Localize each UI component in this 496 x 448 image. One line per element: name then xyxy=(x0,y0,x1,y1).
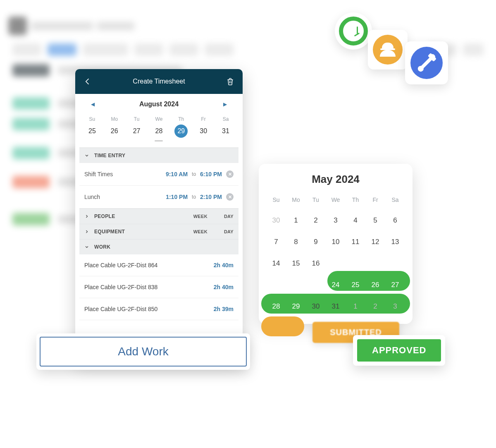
shift-times-row: Shift Times 9:10 AM to 6:10 PM ✕ xyxy=(79,163,238,186)
prev-month-button[interactable]: ◀ xyxy=(88,100,98,109)
cal-day[interactable]: 26 xyxy=(365,275,385,295)
day-number: 28 xyxy=(152,125,165,138)
cal-day-header: Sa xyxy=(385,193,405,209)
day-cell[interactable]: Sa31 xyxy=(217,116,235,141)
month-selector: ◀ August 2024 ▶ xyxy=(79,94,238,115)
cal-day[interactable]: 19 xyxy=(365,254,385,273)
cal-day[interactable]: 6 xyxy=(385,211,405,230)
work-item-name: Place Cable UG-2F-Dist 864 xyxy=(84,262,157,268)
work-item-name: Place Cable UG-2F-Dist 838 xyxy=(84,284,157,290)
cal-day[interactable]: 20 xyxy=(385,254,405,273)
cal-day[interactable]: 15 xyxy=(286,254,306,273)
chevron-right-icon xyxy=(84,214,90,219)
clear-lunch-button[interactable]: ✕ xyxy=(226,193,234,201)
delete-button[interactable] xyxy=(225,77,235,86)
cal-day[interactable]: 3 xyxy=(385,297,405,316)
cal-day[interactable]: 29 xyxy=(286,297,306,316)
week-col: WEEK xyxy=(193,214,207,219)
cal-day[interactable]: 18 xyxy=(346,254,365,273)
chevron-down-icon xyxy=(84,153,90,158)
back-button[interactable] xyxy=(83,77,93,86)
cal-day[interactable]: 2 xyxy=(306,211,326,230)
chevron-right-icon xyxy=(84,229,90,234)
day-cell[interactable]: Su25 xyxy=(83,116,101,141)
cal-day-header: Tu xyxy=(306,193,326,209)
to-label: to xyxy=(192,194,196,200)
cal-day[interactable]: 11 xyxy=(346,232,365,252)
day-abbr: We xyxy=(150,116,168,122)
day-number: 31 xyxy=(219,125,232,138)
to-label: to xyxy=(192,171,196,177)
section-label: PEOPLE xyxy=(94,213,115,219)
shift-label: Shift Times xyxy=(84,171,113,177)
day-number: 25 xyxy=(86,125,99,138)
chevron-down-icon xyxy=(84,244,90,249)
cal-day[interactable]: 8 xyxy=(286,232,306,252)
day-number: 30 xyxy=(197,125,210,138)
cal-day[interactable]: 1 xyxy=(286,211,306,230)
cal-day[interactable]: 12 xyxy=(365,232,385,252)
cal-day[interactable]: 16 xyxy=(306,254,326,273)
day-abbr: Th xyxy=(172,116,190,122)
cal-day[interactable]: 31 xyxy=(326,297,346,316)
cal-day[interactable]: 2 xyxy=(365,297,385,316)
add-work-button[interactable]: Add Work xyxy=(40,337,247,367)
approved-badge: APPROVED xyxy=(357,339,441,362)
section-equipment[interactable]: EQUIPMENT WEEK DAY xyxy=(79,224,238,239)
day-number: 27 xyxy=(130,125,143,138)
work-item-name: Place Cable UG-2F-Dist 850 xyxy=(84,306,157,312)
cal-day[interactable]: 23 xyxy=(306,275,326,295)
month-label: August 2024 xyxy=(139,101,179,108)
work-item-duration: 2h 39m xyxy=(214,306,234,312)
work-item-row[interactable]: Place Cable UG-2F-Dist 8382h 40m xyxy=(79,276,238,298)
cal-day-header: Mo xyxy=(286,193,306,209)
cal-day[interactable]: 22 xyxy=(286,275,306,295)
cal-day[interactable]: 24 xyxy=(326,275,346,295)
cal-day[interactable]: 14 xyxy=(266,254,286,273)
cal-day-header: Su xyxy=(266,193,286,209)
work-item-duration: 2h 40m xyxy=(214,262,234,268)
cal-day-header: We xyxy=(326,193,346,209)
calendar-title: May 2024 xyxy=(266,173,405,186)
day-cell[interactable]: Mo26 xyxy=(105,116,124,141)
lunch-end[interactable]: 2:10 PM xyxy=(200,194,222,200)
cal-day[interactable]: 25 xyxy=(346,275,365,295)
shift-start[interactable]: 9:10 AM xyxy=(166,171,188,177)
cal-day[interactable]: 1 xyxy=(346,297,365,316)
clock-icon xyxy=(335,12,372,50)
cal-day[interactable]: 17 xyxy=(326,254,346,273)
day-cell[interactable]: Tu27 xyxy=(128,116,146,141)
day-abbr: Su xyxy=(83,116,101,122)
day-abbr: Mo xyxy=(105,116,124,122)
day-cell[interactable]: Fr30 xyxy=(194,116,212,141)
work-item-duration: 2h 40m xyxy=(214,284,234,290)
cal-day[interactable]: 5 xyxy=(365,211,385,230)
cal-day[interactable]: 9 xyxy=(306,232,326,252)
timesheet-title: Create Timesheet xyxy=(133,78,185,85)
day-number: 29 xyxy=(174,125,188,138)
section-label: TIME ENTRY xyxy=(94,153,125,158)
day-cell[interactable]: We28 xyxy=(150,116,168,141)
shift-end[interactable]: 6:10 PM xyxy=(200,171,222,177)
cal-day[interactable]: 30 xyxy=(306,297,326,316)
section-time-entry[interactable]: TIME ENTRY xyxy=(79,148,238,163)
cal-day[interactable]: 21 xyxy=(266,275,286,295)
cal-day[interactable]: 13 xyxy=(385,232,405,252)
section-people[interactable]: PEOPLE WEEK DAY xyxy=(79,208,238,224)
cal-day[interactable]: 27 xyxy=(385,275,405,295)
section-work[interactable]: WORK xyxy=(79,239,238,254)
cal-day[interactable]: 30 xyxy=(266,211,286,230)
day-cell[interactable]: Th29 xyxy=(172,116,190,141)
work-item-row[interactable]: Place Cable UG-2F-Dist 8642h 40m xyxy=(79,254,238,276)
cal-day[interactable]: 4 xyxy=(346,211,365,230)
lunch-label: Lunch xyxy=(84,194,100,200)
cal-day[interactable]: 10 xyxy=(326,232,346,252)
cal-day[interactable]: 7 xyxy=(266,232,286,252)
cal-day[interactable]: 3 xyxy=(326,211,346,230)
clear-shift-button[interactable]: ✕ xyxy=(226,170,234,178)
lunch-start[interactable]: 1:10 PM xyxy=(166,194,188,200)
day-abbr: Tu xyxy=(128,116,146,122)
work-item-row[interactable]: Place Cable UG-2F-Dist 8502h 39m xyxy=(79,298,238,320)
cal-day[interactable]: 28 xyxy=(266,297,286,316)
next-month-button[interactable]: ▶ xyxy=(220,100,230,109)
